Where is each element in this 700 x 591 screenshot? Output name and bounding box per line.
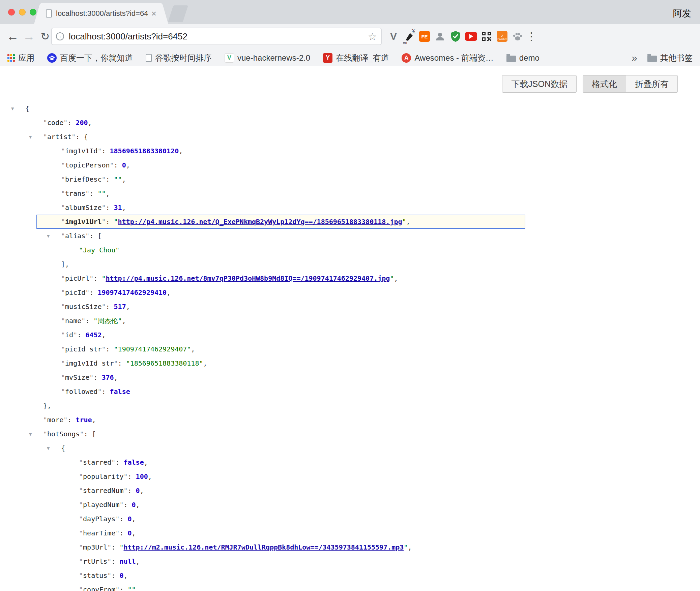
bookmark-item-baidu[interactable]: 百度一下，你就知道: [47, 53, 133, 63]
page-icon: [146, 54, 152, 62]
json-line: "topicPerson": 0,: [0, 158, 700, 172]
json-line: "playedNum": 0,: [0, 498, 700, 512]
other-bookmarks[interactable]: 其他书签: [647, 53, 693, 63]
extension-profile-icon[interactable]: [433, 29, 447, 44]
page-favicon-icon: [46, 9, 52, 18]
youdao-icon: Y: [323, 53, 332, 63]
json-line: "starred": false,: [0, 455, 700, 469]
extension-shield-icon[interactable]: [448, 29, 463, 44]
json-line: "musicSize": 517,: [0, 300, 700, 314]
collapse-toggle-icon[interactable]: ▼: [29, 130, 32, 144]
json-line: "hearTime": 0,: [0, 526, 700, 540]
json-line: ▼"alias": [: [0, 229, 700, 243]
page-content: 下载JSON数据 格式化 折叠所有 ▼{"code": 200,▼"artist…: [0, 66, 700, 591]
json-line: ▼{: [0, 101, 700, 116]
json-line: "id": 6452,: [0, 328, 700, 342]
tab-strip: localhost:3000/artists?id=645 × 阿发: [0, 0, 700, 24]
bookmark-apps[interactable]: 应用: [7, 53, 34, 63]
back-button[interactable]: ←: [5, 28, 21, 44]
minimize-window-icon[interactable]: [19, 9, 26, 15]
json-line: "followed": false: [0, 384, 700, 399]
json-line: "albumSize": 31,: [0, 200, 700, 215]
json-link[interactable]: http://m2.music.126.net/RMJR7wDullRqppBk…: [123, 543, 404, 551]
json-key: code: [47, 119, 63, 127]
extension-qrcode-icon[interactable]: [479, 29, 494, 44]
json-line: "trans": "",: [0, 186, 700, 200]
collapse-toggle-icon[interactable]: ▼: [29, 427, 32, 441]
bookmark-item-demo[interactable]: demo: [506, 53, 539, 63]
json-line: },: [0, 399, 700, 413]
json-line: "picId_str": "19097417462929407",: [0, 342, 700, 356]
extension-translate-icon[interactable]: 英 en: [402, 29, 416, 44]
address-bar[interactable]: i localhost:3000/artists?id=6452 ☆: [51, 28, 382, 45]
json-line: "rtUrls": null,: [0, 554, 700, 568]
browser-menu-icon[interactable]: ⋮: [526, 30, 536, 43]
browser-window: localhost:3000/artists?id=645 × 阿发 ← → ↻…: [0, 0, 700, 591]
collapse-toggle-icon[interactable]: ▼: [47, 229, 50, 243]
bookmark-item-youdao[interactable]: Y 在线翻译_有道: [323, 53, 389, 63]
bookmark-item-awesomes[interactable]: A Awesomes - 前端资…: [402, 53, 493, 63]
json-key: starredNum: [83, 487, 123, 495]
json-key: hotSongs: [47, 430, 80, 438]
json-link[interactable]: http://p4.music.126.net/Q_ExePNkmqB2yWyL…: [118, 218, 402, 226]
json-line: "copyFrom": "",: [0, 583, 700, 591]
bookmark-item-google-sort[interactable]: 谷歌按时间排序: [146, 53, 212, 63]
json-key: popularity: [83, 472, 123, 480]
tab-title: localhost:3000/artists?id=645: [56, 9, 148, 18]
maximize-window-icon[interactable]: [30, 9, 36, 15]
browser-tab[interactable]: localhost:3000/artists?id=645 ×: [41, 3, 161, 24]
json-key: hearTime: [83, 529, 115, 537]
site-info-icon[interactable]: i: [56, 32, 64, 40]
json-key: starred: [83, 458, 111, 466]
download-json-button[interactable]: 下载JSON数据: [502, 75, 577, 93]
forward-button[interactable]: →: [21, 28, 37, 44]
profile-name[interactable]: 阿发: [673, 7, 691, 20]
extension-paw-icon[interactable]: [511, 29, 525, 44]
json-key: artist: [47, 133, 71, 141]
json-key: img1v1Id_str: [65, 359, 114, 367]
translate-sub-label: en: [403, 40, 407, 44]
browser-toolbar: ← → ↻ i localhost:3000/artists?id=6452 ☆…: [0, 24, 700, 50]
collapse-toggle-icon[interactable]: ▼: [47, 441, 50, 455]
collapse-toggle-icon[interactable]: ▼: [11, 101, 14, 116]
json-key: dayPlays: [83, 515, 115, 523]
json-line: "img1v1Id": 18569651883380120,: [0, 144, 700, 158]
json-key: rtUrls: [83, 557, 107, 565]
format-button[interactable]: 格式化: [583, 75, 626, 93]
extension-player-icon[interactable]: ♪ PLAYER: [495, 29, 509, 44]
json-line: "picId": 19097417462929410,: [0, 285, 700, 300]
json-key: trans: [65, 189, 85, 197]
json-line: "picUrl": "http://p4.music.126.net/8mv7q…: [0, 271, 700, 285]
json-tree: ▼{"code": 200,▼"artist": {"img1v1Id": 18…: [0, 101, 700, 591]
json-link[interactable]: http://p4.music.126.net/8mv7qP30Pd3oHW8b…: [106, 274, 390, 282]
json-key: status: [83, 571, 107, 580]
bookmark-item-vue-hackernews[interactable]: V vue-hackernews-2.0: [225, 53, 310, 63]
baidu-icon: [47, 53, 57, 63]
json-key: albumSize: [65, 204, 101, 212]
json-line[interactable]: "img1v1Url": "http://p4.music.126.net/Q_…: [36, 215, 525, 229]
json-line: "mvSize": 376,: [0, 370, 700, 384]
reload-button[interactable]: ↻: [37, 28, 53, 44]
json-line: "more": true,: [0, 413, 700, 427]
tab-close-icon[interactable]: ×: [151, 8, 156, 19]
json-key: followed: [65, 387, 97, 396]
collapse-all-button[interactable]: 折叠所有: [626, 75, 678, 93]
bookmark-star-icon[interactable]: ☆: [368, 31, 377, 42]
close-window-icon[interactable]: [8, 9, 15, 15]
address-input[interactable]: localhost:3000/artists?id=6452: [69, 31, 187, 42]
new-tab-button[interactable]: [168, 5, 188, 22]
bookmarks-overflow-icon[interactable]: »: [632, 52, 637, 64]
json-key: copyFrom: [83, 586, 115, 591]
json-line: "name": "周杰伦",: [0, 314, 700, 328]
extension-fe-icon[interactable]: FE: [417, 29, 432, 44]
vue-icon: V: [225, 53, 234, 63]
json-line: ▼"hotSongs": [: [0, 427, 700, 441]
json-key: img1v1Url: [65, 218, 101, 226]
json-line: "status": 0,: [0, 568, 700, 583]
extension-v-icon[interactable]: V: [386, 29, 401, 44]
translate-badge-label: 英: [411, 28, 416, 34]
json-line: ▼"artist": {: [0, 130, 700, 144]
json-key: picId: [65, 288, 85, 297]
json-key: mp3Url: [83, 543, 107, 551]
extension-youtube-icon[interactable]: [464, 29, 478, 44]
